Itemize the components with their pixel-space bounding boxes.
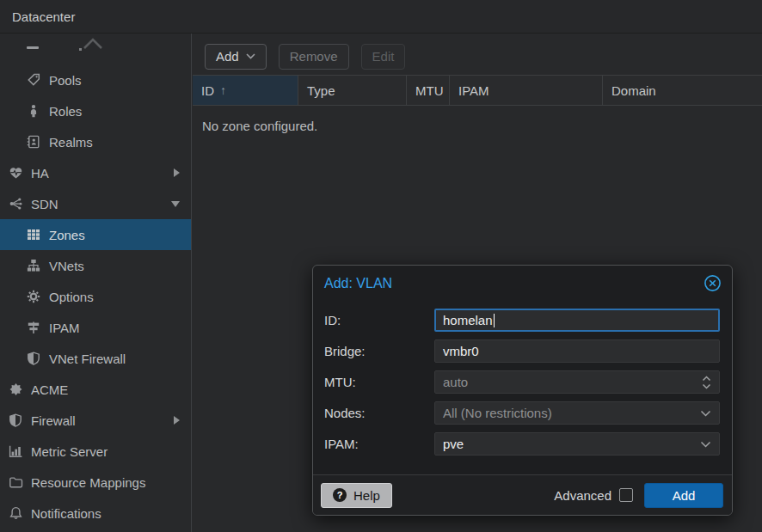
- dialog-footer: ? Help Advanced Add: [313, 474, 732, 515]
- column-header-ipam[interactable]: IPAM: [450, 76, 603, 105]
- advanced-checkbox[interactable]: [619, 488, 633, 502]
- sidebar-item-label: Roles: [49, 104, 82, 119]
- sidebar-item-options[interactable]: Options: [0, 281, 191, 312]
- question-icon: ?: [333, 488, 347, 502]
- tag-icon: [26, 73, 41, 87]
- bar-chart-icon: [8, 444, 23, 458]
- form-row-nodes: Nodes: All (No restrictions): [324, 401, 720, 425]
- bridge-input[interactable]: vmbr0: [434, 339, 720, 363]
- folder-icon: [8, 475, 23, 489]
- sidebar-item-label: Options: [49, 290, 94, 304]
- sidebar-item-label: Realms: [49, 135, 93, 150]
- zones-toolbar: Add Remove Edit: [193, 34, 762, 73]
- sidebar-item-ha[interactable]: HA: [0, 157, 191, 188]
- proxmox-window: Datacenter Pools Roles Real: [0, 0, 762, 532]
- partial-icon: [27, 46, 39, 49]
- partial-text-fragment: [79, 48, 82, 51]
- zones-table-header: ID ↑ Type MTU IPAM Domain: [193, 75, 762, 106]
- sidebar-item-realms[interactable]: Realms: [0, 126, 191, 157]
- sidebar-item-metric-server[interactable]: Metric Server: [0, 436, 191, 467]
- sidebar-item-label: Firewall: [31, 413, 76, 428]
- address-book-icon: [26, 135, 41, 149]
- shield-icon: [8, 413, 23, 427]
- sidebar: Pools Roles Realms HA SDN: [0, 34, 192, 532]
- expand-arrow-icon[interactable]: [174, 168, 180, 177]
- sidebar-item-label: Resource Mappings: [31, 475, 145, 490]
- dialog-body: ID: homelan Bridge: vmbr0 MTU: auto: [313, 301, 732, 456]
- bridge-field-label: Bridge:: [324, 344, 434, 358]
- sort-ascending-icon: ↑: [220, 83, 226, 97]
- add-submit-button[interactable]: Add: [644, 483, 723, 508]
- column-header-mtu[interactable]: MTU: [407, 76, 450, 105]
- page-title: Datacenter: [12, 9, 75, 24]
- network-icon: [8, 197, 23, 211]
- grid-icon: [26, 228, 41, 242]
- sidebar-item-label: IPAM: [49, 321, 80, 335]
- sidebar-item-roles[interactable]: Roles: [0, 95, 191, 126]
- sidebar-item-acme[interactable]: ACME: [0, 374, 191, 405]
- sidebar-item-vnets[interactable]: VNets: [0, 250, 191, 281]
- dialog-header[interactable]: Add: VLAN: [313, 266, 732, 301]
- remove-button[interactable]: Remove: [279, 44, 349, 70]
- close-icon: [704, 274, 722, 292]
- sidebar-item-zones[interactable]: Zones: [0, 219, 191, 250]
- topbar: Datacenter: [0, 0, 762, 34]
- form-row-bridge: Bridge: vmbr0: [324, 339, 720, 363]
- ipam-select[interactable]: pve: [434, 432, 720, 456]
- id-field-label: ID:: [324, 313, 434, 327]
- dialog-title: Add: VLAN: [324, 276, 392, 291]
- sidebar-item-ipam[interactable]: IPAM: [0, 312, 191, 343]
- certificate-icon: [8, 382, 23, 396]
- collapse-arrow-icon[interactable]: [171, 201, 180, 207]
- mtu-spinner[interactable]: auto: [434, 370, 720, 394]
- map-signs-icon: [26, 321, 41, 334]
- column-header-type[interactable]: Type: [298, 76, 407, 105]
- sidebar-item-firewall[interactable]: Firewall: [0, 405, 191, 436]
- chevron-down-icon: [246, 53, 255, 59]
- expand-arrow-icon[interactable]: [174, 416, 180, 425]
- shield-icon: [26, 352, 41, 365]
- gear-icon: [26, 290, 41, 303]
- sidebar-item-label: Pools: [49, 73, 82, 88]
- heartbeat-icon: [8, 166, 23, 180]
- edit-button[interactable]: Edit: [361, 44, 406, 70]
- close-button[interactable]: [704, 274, 722, 292]
- sidebar-item-label: VNets: [49, 259, 84, 273]
- add-vlan-dialog: Add: VLAN ID: homelan Bridge: vmbr0 MT: [312, 265, 733, 516]
- sidebar-item-resource-mappings[interactable]: Resource Mappings: [0, 467, 191, 498]
- help-button[interactable]: ? Help: [321, 483, 392, 508]
- nodes-select[interactable]: All (No restrictions): [434, 401, 720, 425]
- form-row-mtu: MTU: auto: [324, 370, 720, 394]
- sidebar-item-label: SDN: [31, 197, 58, 211]
- column-header-domain[interactable]: Domain: [603, 76, 762, 105]
- sitemap-icon: [26, 259, 41, 272]
- sidebar-item-label: VNet Firewall: [49, 352, 126, 366]
- sidebar-item-vnet-firewall[interactable]: VNet Firewall: [0, 343, 191, 374]
- sidebar-item-label: Zones: [49, 228, 85, 242]
- chevron-up-icon: [83, 38, 103, 50]
- column-header-id[interactable]: ID ↑: [193, 76, 298, 105]
- advanced-checkbox-label: Advanced: [554, 488, 611, 503]
- ipam-field-label: IPAM:: [324, 437, 434, 451]
- sidebar-item-sdn[interactable]: SDN: [0, 188, 191, 219]
- id-input[interactable]: homelan: [434, 309, 720, 332]
- add-button[interactable]: Add: [205, 44, 267, 70]
- mtu-field-label: MTU:: [324, 375, 434, 389]
- sidebar-item-pools[interactable]: Pools: [0, 64, 191, 95]
- sidebar-item-label: Metric Server: [31, 444, 108, 459]
- sidebar-item-partial[interactable]: [0, 34, 191, 64]
- chevron-down-icon[interactable]: [700, 441, 711, 448]
- sidebar-item-label: HA: [31, 166, 49, 180]
- spinner-up-down-icon[interactable]: [702, 376, 711, 389]
- sidebar-item-label: Notifications: [31, 506, 101, 521]
- text-cursor: [494, 314, 495, 327]
- chevron-down-icon[interactable]: [700, 410, 711, 417]
- bell-icon: [8, 506, 23, 520]
- person-icon: [26, 104, 41, 118]
- sidebar-item-label: ACME: [31, 382, 68, 397]
- form-row-id: ID: homelan: [324, 309, 720, 332]
- empty-table-message: No zone configured.: [202, 119, 762, 133]
- nodes-field-label: Nodes:: [324, 406, 434, 420]
- form-row-ipam: IPAM: pve: [324, 432, 720, 456]
- sidebar-item-notifications[interactable]: Notifications: [0, 498, 191, 529]
